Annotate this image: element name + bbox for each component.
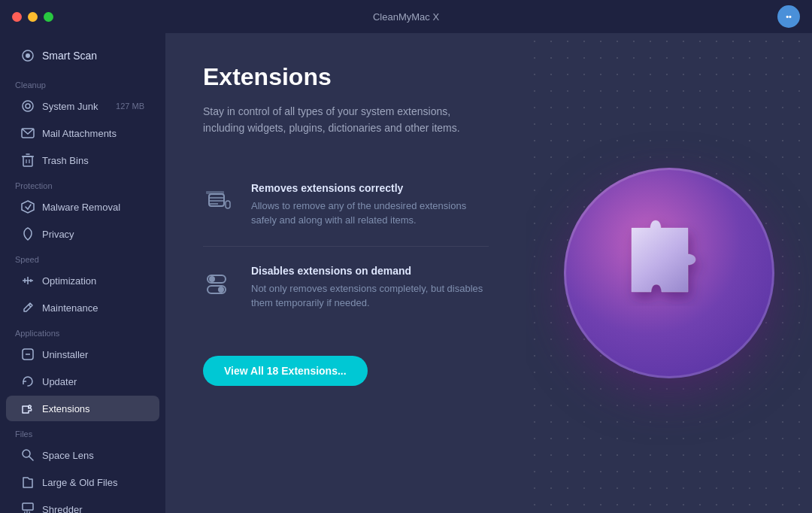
sidebar-item-shredder[interactable]: Shredder xyxy=(6,496,159,513)
sidebar-item-large-old-files[interactable]: Large & Old Files xyxy=(6,469,159,495)
feature-text-removes-correctly: Removes extensions correctly Allows to r… xyxy=(251,182,489,228)
removes-correctly-desc: Allows to remove any of the undesired ex… xyxy=(251,199,489,228)
sidebar-item-privacy[interactable]: Privacy xyxy=(6,221,159,247)
maintenance-icon xyxy=(21,301,35,314)
optimization-icon xyxy=(21,274,35,287)
svg-rect-27 xyxy=(206,191,224,194)
smart-scan-label: Smart Scan xyxy=(42,50,97,62)
svg-line-17 xyxy=(29,305,31,307)
sidebar-item-trash-bins[interactable]: Trash Bins xyxy=(6,147,159,173)
app-title: CleanMyMac X xyxy=(373,11,439,23)
smart-scan-icon xyxy=(21,49,35,62)
trash-bins-icon xyxy=(21,153,35,167)
sidebar-item-system-junk[interactable]: System Junk 127 MB xyxy=(6,93,159,119)
privacy-label: Privacy xyxy=(42,229,74,240)
content-area: Extensions Stay in control of all types … xyxy=(165,33,812,513)
section-label-files: Files xyxy=(0,422,165,442)
system-junk-icon xyxy=(21,99,35,113)
svg-point-32 xyxy=(209,276,215,282)
maintenance-label: Maintenance xyxy=(42,302,98,314)
trash-bins-label: Trash Bins xyxy=(42,155,89,166)
disables-on-demand-icon xyxy=(203,266,236,299)
content-illustration xyxy=(526,33,812,513)
sidebar-item-smart-scan[interactable]: Smart Scan xyxy=(6,43,159,68)
feature-text-disables-on-demand: Disables extensions on demand Not only r… xyxy=(251,265,489,311)
svg-point-1 xyxy=(26,53,30,58)
disables-on-demand-title: Disables extensions on demand xyxy=(251,265,489,277)
removes-correctly-title: Removes extensions correctly xyxy=(251,182,489,194)
svg-point-34 xyxy=(218,287,224,293)
titlebar: CleanMyMac X •• xyxy=(0,0,812,33)
puzzle-circle xyxy=(564,168,774,378)
sidebar-item-uninstaller[interactable]: Uninstaller xyxy=(6,341,159,367)
sidebar: Smart Scan Cleanup System Junk 127 MB Ma… xyxy=(0,33,165,513)
uninstaller-label: Uninstaller xyxy=(42,349,88,360)
system-junk-badge: 127 MB xyxy=(116,102,144,111)
svg-point-3 xyxy=(26,104,30,108)
close-button[interactable] xyxy=(12,12,22,22)
space-lens-label: Space Lens xyxy=(42,450,94,461)
sidebar-item-maintenance[interactable]: Maintenance xyxy=(6,295,159,320)
disables-on-demand-desc: Not only removes extensions completely, … xyxy=(251,281,489,311)
sidebar-item-extensions[interactable]: Extensions xyxy=(6,396,159,421)
removes-correctly-icon xyxy=(203,184,236,217)
svg-line-12 xyxy=(28,205,31,209)
minimize-button[interactable] xyxy=(28,12,38,22)
space-lens-icon xyxy=(21,448,35,462)
svg-rect-5 xyxy=(23,156,32,166)
optimization-label: Optimization xyxy=(42,275,96,287)
view-all-button[interactable]: View All 18 Extensions... xyxy=(203,356,368,386)
section-label-speed: Speed xyxy=(0,247,165,267)
content-main: Extensions Stay in control of all types … xyxy=(165,33,526,513)
updater-label: Updater xyxy=(42,376,77,387)
sidebar-item-space-lens[interactable]: Space Lens xyxy=(6,442,159,468)
sidebar-item-malware-removal[interactable]: Malware Removal xyxy=(6,194,159,220)
malware-removal-icon xyxy=(21,200,35,214)
section-label-applications: Applications xyxy=(0,321,165,341)
system-junk-label: System Junk xyxy=(42,101,98,112)
mail-attachments-icon xyxy=(21,126,35,140)
sidebar-item-updater[interactable]: Updater xyxy=(6,369,159,394)
section-label-protection: Protection xyxy=(0,174,165,193)
page-description: Stay in control of all types of your sys… xyxy=(203,103,474,137)
feature-item-removes-correctly: Removes extensions correctly Allows to r… xyxy=(203,164,489,247)
uninstaller-icon xyxy=(21,348,35,361)
malware-removal-label: Malware Removal xyxy=(42,202,120,213)
updater-icon xyxy=(21,375,35,388)
feature-item-disables-on-demand: Disables extensions on demand Not only r… xyxy=(203,247,489,329)
large-old-files-icon xyxy=(21,475,35,489)
mail-attachments-label: Mail Attachments xyxy=(42,128,117,139)
user-avatar[interactable]: •• xyxy=(777,5,800,28)
svg-rect-22 xyxy=(23,503,33,510)
puzzle-piece-svg xyxy=(609,213,729,333)
section-label-cleanup: Cleanup xyxy=(0,73,165,93)
shredder-icon xyxy=(21,502,35,513)
privacy-icon xyxy=(21,227,35,241)
extensions-label: Extensions xyxy=(42,403,90,414)
window-controls xyxy=(12,12,53,22)
shredder-label: Shredder xyxy=(42,504,82,514)
large-old-files-label: Large & Old Files xyxy=(42,477,117,488)
main-layout: Smart Scan Cleanup System Junk 127 MB Ma… xyxy=(0,33,812,513)
page-title: Extensions xyxy=(203,63,489,91)
maximize-button[interactable] xyxy=(44,12,53,22)
sidebar-item-mail-attachments[interactable]: Mail Attachments xyxy=(6,120,159,146)
sidebar-item-optimization[interactable]: Optimization xyxy=(6,268,159,293)
svg-marker-10 xyxy=(22,201,34,213)
svg-line-21 xyxy=(29,457,33,460)
svg-point-2 xyxy=(23,101,33,111)
feature-list: Removes extensions correctly Allows to r… xyxy=(203,164,489,329)
extensions-icon xyxy=(21,402,35,415)
